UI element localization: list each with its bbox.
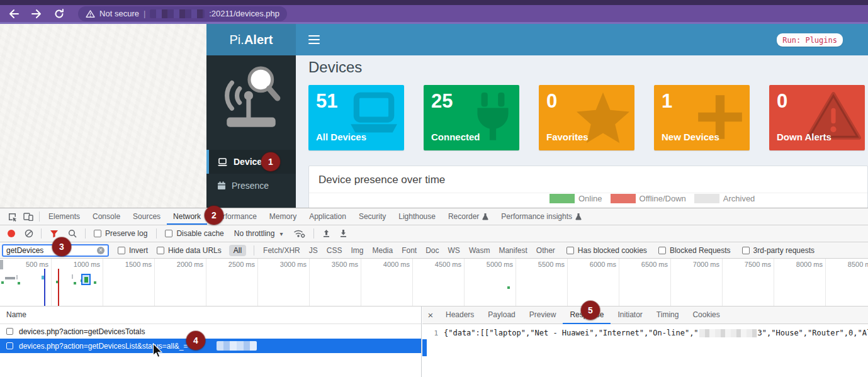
sidebar-item-devices[interactable]: Devices	[206, 150, 296, 174]
not-secure-warning-icon	[86, 9, 95, 18]
detail-tab-headers[interactable]: Headers	[439, 307, 481, 324]
offline-swatch	[611, 194, 636, 203]
redacted-host	[150, 9, 205, 18]
hide-data-urls-checkbox[interactable]: Hide data URLs	[157, 246, 222, 255]
waterfall-mark	[5, 277, 15, 279]
waterfall-mark	[507, 286, 510, 289]
annotation-badge-3: 3	[52, 237, 71, 256]
load-event-line	[58, 269, 59, 307]
type-filter-fetch-xhr[interactable]: Fetch/XHR	[263, 246, 300, 255]
network-overview-timeline[interactable]: 500 ms 1000 ms 1500 ms 2000 ms 2500 ms 3…	[0, 259, 868, 307]
network-conditions-icon[interactable]	[293, 228, 306, 239]
legend-online[interactable]: Online	[550, 194, 602, 203]
experiment-flask-icon	[482, 213, 488, 220]
tab-console[interactable]: Console	[86, 208, 127, 225]
request-row-getdevicestotals[interactable]: devices.php?action=getDevicesTotals	[0, 324, 421, 339]
checkbox	[566, 247, 574, 254]
timeline-tick: 5500 ms	[516, 259, 568, 306]
filter-text: getDevices	[6, 246, 94, 255]
waterfall-mark	[1, 281, 4, 284]
tab-elements[interactable]: Elements	[42, 208, 86, 225]
online-swatch	[550, 194, 575, 203]
has-blocked-cookies-checkbox[interactable]: Has blocked cookies	[566, 246, 647, 255]
legend-offline-down[interactable]: Offline/Down	[611, 194, 686, 203]
card-connected[interactable]: 25 Connected	[424, 85, 519, 150]
type-filter-css[interactable]: CSS	[327, 246, 342, 255]
preserve-log-checkbox[interactable]: Preserve log	[94, 229, 147, 238]
checkbox[interactable]	[6, 328, 13, 335]
clear-network-log-icon[interactable]	[25, 229, 33, 238]
sidebar-item-presence[interactable]: Presence	[206, 174, 296, 198]
detail-tab-cookies[interactable]: Cookies	[685, 307, 726, 324]
type-filter-font[interactable]: Font	[402, 246, 417, 255]
record-network-log-icon[interactable]	[8, 230, 15, 237]
export-har-icon[interactable]	[339, 229, 347, 238]
third-party-requests-checkbox[interactable]: 3rd-party requests	[742, 246, 814, 255]
search-icon[interactable]	[68, 229, 77, 238]
tab-performance-insights[interactable]: Performance insights	[495, 208, 588, 225]
timeline-tick: 7500 ms	[723, 259, 774, 306]
router-scan-logo-icon	[218, 60, 285, 137]
type-filter-media[interactable]: Media	[372, 246, 393, 255]
app-sidebar: Devices Presence	[206, 55, 296, 208]
calendar-icon	[217, 181, 226, 190]
request-row-getdeviceslist[interactable]: devices.php?action=getDevicesList&status…	[0, 339, 421, 353]
detail-tab-payload[interactable]: Payload	[481, 307, 522, 324]
checkbox[interactable]	[6, 342, 13, 349]
type-filter-img[interactable]: Img	[351, 246, 363, 255]
type-filter-js[interactable]: JS	[309, 246, 318, 255]
close-icon[interactable]: ×	[422, 310, 439, 320]
run-plugins-button[interactable]: Run: Plugins	[777, 33, 843, 47]
annotation-badge-5: 5	[581, 301, 600, 320]
card-all-devices[interactable]: 51 All Devices	[308, 85, 404, 150]
throttling-select[interactable]: No throttling	[234, 229, 275, 238]
type-filter-ws[interactable]: WS	[448, 246, 460, 255]
reload-button[interactable]	[50, 6, 68, 21]
invert-checkbox[interactable]: Invert	[118, 246, 148, 255]
tab-security[interactable]: Security	[352, 208, 392, 225]
device-toolbar-icon[interactable]	[20, 208, 37, 225]
reload-icon	[54, 9, 64, 19]
import-har-icon[interactable]	[322, 229, 330, 238]
detail-tab-initiator[interactable]: Initiator	[611, 307, 649, 324]
app-logo-text[interactable]: Pi.Alert	[206, 24, 296, 55]
waterfall-mark	[94, 281, 96, 284]
network-filterbar: getDevices × Invert Hide data URLs All F…	[0, 242, 868, 259]
request-list: Name devices.php?action=getDevicesTotals…	[0, 307, 422, 377]
waterfall-mark	[72, 274, 73, 279]
response-viewer[interactable]: 1 {"data":[["laptop","Net - Huawei","Int…	[422, 324, 868, 377]
card-down-alerts[interactable]: 0 Down Alerts	[769, 85, 865, 150]
sidebar-toggle-icon[interactable]	[308, 35, 320, 44]
detail-tab-timing[interactable]: Timing	[650, 307, 686, 324]
inspect-element-icon[interactable]	[4, 208, 20, 225]
tab-network[interactable]: Network	[167, 208, 207, 225]
address-bar[interactable]: Not secure | :20211/devices.php	[78, 6, 287, 21]
tab-lighthouse[interactable]: Lighthouse	[392, 208, 442, 225]
timeline-tick: 7000 ms	[671, 259, 723, 306]
detail-tabbar: × Headers Payload Preview Response Initi…	[422, 307, 868, 324]
request-list-header[interactable]: Name	[0, 307, 421, 324]
clear-filter-icon[interactable]: ×	[97, 247, 104, 254]
type-filter-wasm[interactable]: Wasm	[469, 246, 490, 255]
tab-recorder[interactable]: Recorder	[442, 208, 495, 225]
forward-icon	[31, 9, 42, 19]
forward-button[interactable]	[28, 6, 45, 21]
legend-archived[interactable]: Archived	[694, 194, 755, 203]
card-favorites[interactable]: 0 Favorites	[539, 85, 634, 150]
type-filter-other[interactable]: Other	[536, 246, 555, 255]
blocked-requests-checkbox[interactable]: Blocked Requests	[658, 246, 731, 255]
type-filter-all[interactable]: All	[229, 245, 246, 256]
card-new-devices[interactable]: 1 New Devices	[654, 85, 750, 150]
filter-funnel-icon[interactable]	[50, 230, 59, 238]
tab-application[interactable]: Application	[303, 208, 352, 225]
back-button[interactable]	[5, 6, 23, 21]
detail-tab-preview[interactable]: Preview	[522, 307, 563, 324]
type-filter-manifest[interactable]: Manifest	[499, 246, 527, 255]
tab-memory[interactable]: Memory	[263, 208, 303, 225]
tab-sources[interactable]: Sources	[127, 208, 167, 225]
card-label: New Devices	[662, 132, 719, 142]
type-filter-doc[interactable]: Doc	[426, 246, 439, 255]
timeline-tick: 3500 ms	[310, 259, 361, 306]
disable-cache-checkbox[interactable]: Disable cache	[165, 229, 223, 238]
checkbox	[157, 247, 164, 254]
